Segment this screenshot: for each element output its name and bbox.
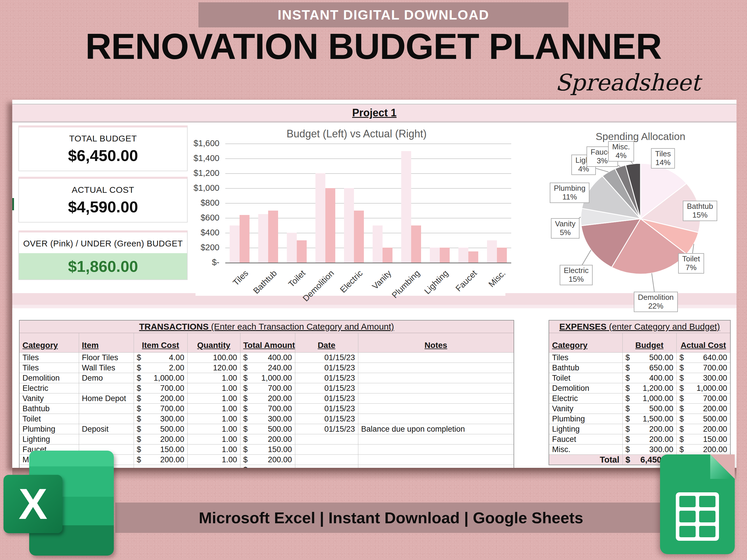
- category-cell: Toilet: [19, 414, 79, 424]
- category-cell: Bathtub: [549, 363, 622, 373]
- money-cell: $400.00: [243, 353, 292, 362]
- x-axis-category-label: Bathtub: [251, 268, 279, 296]
- table-row: PlumbingDeposit$500.001.00$500.0001/15/2…: [19, 424, 514, 434]
- budget-bar: [401, 151, 411, 263]
- excel-letter: X: [19, 482, 48, 526]
- bar-group: [254, 143, 282, 263]
- money-cell: $200.00: [137, 455, 184, 464]
- quantity-cell: 120.00: [187, 363, 240, 373]
- column-header: Quantity: [187, 333, 240, 353]
- category-cell: Tiles: [19, 353, 79, 363]
- actual-bar: [497, 248, 507, 263]
- quantity-cell: 1.00: [187, 424, 240, 434]
- column-header: Notes: [358, 333, 514, 353]
- item-cell: [79, 404, 134, 414]
- item-cell: [79, 434, 134, 445]
- total-label: Total: [549, 455, 622, 465]
- money-cell: $300.00: [626, 445, 673, 454]
- date-cell: 01/15/23: [295, 424, 358, 434]
- item-cell: Wall Tiles: [79, 363, 134, 373]
- money-cell: $500.00: [626, 353, 673, 362]
- total-amount-cell: $500.00: [240, 424, 295, 434]
- category-cell: Tiles: [19, 363, 79, 373]
- column-header: Item Cost: [134, 333, 187, 353]
- item-cost-cell: $300.00: [134, 414, 187, 424]
- google-sheets-icon: [660, 454, 735, 554]
- category-cell: Electric: [549, 394, 622, 404]
- money-cell: $2.00: [137, 364, 184, 372]
- notes-cell: [358, 414, 514, 424]
- date-cell: 01/15/23: [295, 353, 358, 363]
- x-axis-category-label: Tiles: [231, 268, 250, 288]
- table-row: Lighting$200.00$200.00: [549, 424, 730, 434]
- bar-groups: [225, 143, 511, 263]
- budget-cell: $400.00: [622, 373, 676, 383]
- item-cost-cell: $4.00: [134, 353, 187, 363]
- category-cell: Bathtub: [19, 404, 79, 414]
- item-cost-cell: $700.00: [134, 404, 187, 414]
- category-cell: Demolition: [19, 373, 79, 383]
- money-cell: $300.00: [137, 415, 184, 424]
- budget-bar: [230, 225, 239, 263]
- page-title: RENOVATION BUDGET PLANNER: [0, 26, 747, 67]
- date-cell: 01/15/23: [295, 373, 358, 383]
- total-amount-cell: $200.00: [240, 394, 295, 404]
- total-amount-cell: $150.00: [240, 445, 295, 455]
- money-cell: $4.00: [137, 353, 184, 362]
- quantity-cell: 1.00: [187, 383, 240, 394]
- bar-chart-title: Budget (Left) vs Actual (Right): [211, 128, 503, 140]
- y-axis-tick-label: $1,200: [176, 168, 220, 178]
- pie-label-vanity: Vanity5%: [551, 218, 579, 239]
- quantity-cell: 1.00: [187, 434, 240, 445]
- budget-bar: [315, 173, 325, 263]
- category-cell: Plumbing: [549, 414, 622, 424]
- total-budget-label: TOTAL BUDGET: [69, 134, 137, 143]
- table-row: Faucet$200.00$150.00: [549, 434, 730, 445]
- item-cell: [79, 383, 134, 394]
- money-cell: $300.00: [243, 415, 292, 424]
- actual-bar: [297, 240, 307, 263]
- quantity-cell: 1.00: [187, 414, 240, 424]
- actual-bar: [383, 248, 392, 263]
- item-cost-cell: $500.00: [134, 424, 187, 434]
- y-axis-tick-label: $-: [176, 258, 220, 267]
- y-axis-tick-label: $200: [176, 243, 220, 252]
- actual-cost-cell: $640.00: [676, 353, 730, 363]
- bar-group: [426, 143, 454, 263]
- money-cell: $200.00: [626, 425, 673, 434]
- quantity-cell: 1.00: [187, 455, 240, 465]
- empty-cell: $: [240, 465, 295, 468]
- project-title: Project 1: [352, 107, 396, 119]
- money-cell: $240.00: [243, 364, 292, 372]
- budget-cell: $200.00: [622, 424, 676, 434]
- category-cell: Faucet: [549, 434, 622, 445]
- table-row: Bathtub$700.001.00$700.0001/15/23: [19, 404, 514, 414]
- column-header: Budget: [622, 333, 676, 353]
- budget-cell: $300.00: [622, 445, 676, 455]
- pie-label-electric: Electric15%: [560, 265, 593, 285]
- actual-bar: [325, 188, 335, 263]
- table-row: Plumbing$1,500.00$500.00: [549, 414, 730, 424]
- category-cell: Toilet: [549, 373, 622, 383]
- x-axis-category-label: Electric: [338, 268, 365, 295]
- bar-group: [340, 143, 368, 263]
- total-amount-cell: $700.00: [240, 383, 295, 394]
- budget-cell: $1,200.00: [622, 383, 676, 394]
- left-edge-artifact: [12, 198, 14, 210]
- money-cell: $150.00: [137, 445, 184, 454]
- bottom-banner-text: Microsoft Excel | Instant Download | Goo…: [199, 509, 583, 527]
- category-cell: Misc.: [549, 445, 622, 455]
- sheet-top-edge: [12, 100, 737, 104]
- quantity-cell: 1.00: [187, 373, 240, 383]
- budget-bar: [487, 240, 497, 263]
- top-banner-text: INSTANT DIGITAL DOWNLOAD: [278, 7, 489, 23]
- quantity-cell: 1.00: [187, 445, 240, 455]
- column-header: Category: [19, 333, 79, 353]
- y-axis-tick-label: $1,000: [176, 183, 220, 193]
- total-budget-value: $6,450.00: [68, 146, 138, 164]
- table-row: Bathtub$650.00$700.00: [549, 363, 730, 373]
- money-cell: $200.00: [679, 404, 727, 413]
- excel-x-tile: X: [3, 475, 62, 533]
- notes-cell: [358, 455, 514, 465]
- bar-group: [282, 143, 311, 263]
